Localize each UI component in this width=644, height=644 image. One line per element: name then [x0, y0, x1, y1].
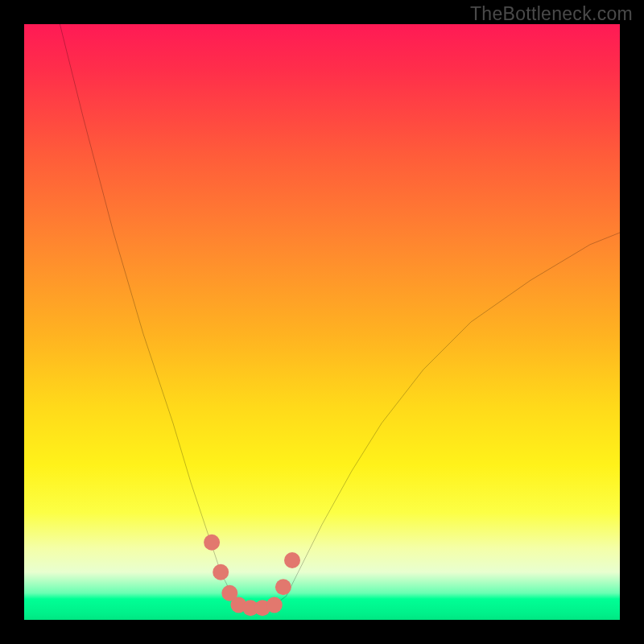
highlight-markers — [204, 535, 300, 616]
bottleneck-curve — [60, 24, 620, 608]
marker-point — [213, 564, 229, 580]
chart-frame: TheBottleneck.com — [0, 0, 644, 644]
plot-area — [24, 24, 620, 620]
marker-point — [275, 579, 291, 595]
watermark-text: TheBottleneck.com — [470, 3, 633, 25]
marker-point — [284, 552, 300, 568]
chart-svg — [24, 24, 620, 620]
marker-point — [266, 597, 283, 613]
marker-point — [204, 535, 220, 551]
